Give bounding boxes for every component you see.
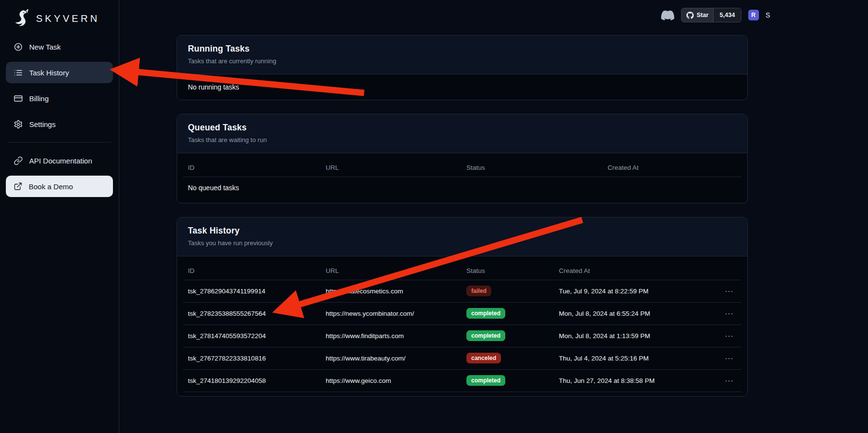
task-url: https://www.finditparts.com: [321, 325, 462, 347]
table-row[interactable]: tsk_274180139292204058 https://www.geico…: [183, 369, 741, 392]
user-name-partial: S: [766, 11, 770, 19]
column-header-created-at: Created At: [603, 159, 741, 177]
task-id: tsk_278147405593572204: [183, 325, 321, 347]
task-status-cell: completed: [462, 302, 554, 325]
topbar: Star 5,434 R S: [661, 7, 770, 23]
running-tasks-card: Running Tasks Tasks that are currently r…: [177, 35, 748, 100]
sidebar-item-api-documentation[interactable]: API Documentation: [6, 150, 113, 171]
task-created: Thu, Jul 4, 2024 at 5:25:16 PM: [554, 347, 700, 369]
main-content: Running Tasks Tasks that are currently r…: [177, 35, 748, 397]
task-actions-cell: ···: [700, 347, 741, 369]
task-url: https://www.geico.com: [321, 369, 462, 392]
discord-icon[interactable]: [661, 9, 674, 22]
status-badge: failed: [466, 286, 491, 296]
column-header-actions: [700, 262, 741, 280]
sidebar-secondary-nav: API Documentation Book a Demo: [6, 150, 113, 197]
task-created: Tue, Jul 9, 2024 at 8:22:59 PM: [554, 280, 700, 302]
sidebar-item-label: New Task: [29, 43, 61, 51]
card-title: Running Tasks: [188, 44, 737, 54]
table-row[interactable]: tsk_278235388555267564 https://news.ycom…: [183, 302, 741, 325]
column-header-status: Status: [462, 262, 554, 280]
running-tasks-empty-message: No running tasks: [177, 74, 747, 100]
task-actions-cell: ···: [700, 302, 741, 325]
empty-row: No queued tasks: [183, 177, 741, 199]
task-history-header: Task History Tasks you have run previous…: [177, 217, 747, 256]
row-actions-button[interactable]: ···: [725, 332, 734, 339]
column-header-id: ID: [183, 159, 321, 177]
sidebar: SKYVERN New Task Task History Billing S: [0, 0, 119, 433]
column-header-created-at: Created At: [554, 262, 700, 280]
gear-icon: [14, 120, 23, 129]
task-url: https://www.tirabeauty.com/: [321, 347, 462, 369]
sidebar-item-new-task[interactable]: New Task: [6, 36, 113, 57]
sidebar-item-billing[interactable]: Billing: [6, 88, 113, 109]
task-id: tsk_278629043741199914: [183, 280, 321, 302]
brand-logo: SKYVERN: [6, 0, 113, 30]
task-id: tsk_274180139292204058: [183, 369, 321, 392]
sidebar-item-task-history[interactable]: Task History: [6, 62, 113, 83]
running-tasks-header: Running Tasks Tasks that are currently r…: [177, 36, 747, 74]
task-actions-cell: ···: [700, 369, 741, 392]
card-title: Task History: [188, 226, 737, 236]
sidebar-item-label: API Documentation: [29, 157, 92, 165]
row-actions-button[interactable]: ···: [725, 287, 734, 294]
history-table-body: tsk_278629043741199914 https://elatecosm…: [183, 280, 741, 392]
card-subtitle: Tasks that are currently running: [188, 57, 737, 65]
brand-name: SKYVERN: [36, 13, 100, 24]
row-actions-button[interactable]: ···: [725, 354, 734, 361]
card-subtitle: Tasks that are waiting to run: [188, 136, 737, 144]
row-actions-button[interactable]: ···: [725, 377, 734, 384]
list-icon: [14, 68, 23, 77]
avatar[interactable]: R: [748, 10, 759, 20]
task-actions-cell: ···: [700, 325, 741, 347]
book-a-demo-button[interactable]: Book a Demo: [6, 176, 113, 197]
task-status-cell: canceled: [462, 347, 554, 369]
status-badge: completed: [466, 375, 505, 386]
sidebar-nav: New Task Task History Billing Settings: [6, 36, 113, 135]
status-badge: completed: [466, 308, 505, 319]
task-history-card: Task History Tasks you have run previous…: [177, 217, 748, 397]
task-created: Thu, Jun 27, 2024 at 8:38:58 PM: [554, 369, 700, 392]
task-status-cell: completed: [462, 369, 554, 392]
table-row[interactable]: tsk_276727822333810816 https://www.tirab…: [183, 347, 741, 369]
column-header-url: URL: [321, 262, 462, 280]
credit-card-icon: [14, 94, 23, 103]
queued-tasks-empty-message: No queued tasks: [183, 177, 741, 199]
card-subtitle: Tasks you have run previously: [188, 239, 737, 247]
task-id: tsk_276727822333810816: [183, 347, 321, 369]
row-actions-button[interactable]: ···: [725, 309, 734, 317]
task-history-body: ID URL Status Created At tsk_27862904374…: [177, 256, 747, 396]
task-url: https://elatecosmetics.com: [321, 280, 462, 302]
task-created: Mon, Jul 8, 2024 at 1:13:59 PM: [554, 325, 700, 347]
task-actions-cell: ···: [700, 280, 741, 302]
queued-tasks-table: ID URL Status Created At No queued tasks: [183, 159, 741, 199]
queued-tasks-card: Queued Tasks Tasks that are waiting to r…: [177, 114, 748, 203]
link-icon: [14, 156, 23, 165]
sidebar-item-label: Book a Demo: [29, 182, 73, 191]
task-id: tsk_278235388555267564: [183, 302, 321, 325]
github-star-count: 5,434: [713, 8, 740, 22]
column-header-status: Status: [462, 159, 603, 177]
external-link-icon: [14, 182, 22, 191]
status-badge: completed: [466, 330, 505, 341]
table-row[interactable]: tsk_278147405593572204 https://www.findi…: [183, 325, 741, 347]
task-url: https://news.ycombinator.com/: [321, 302, 462, 325]
task-status-cell: completed: [462, 325, 554, 347]
queued-tasks-header: Queued Tasks Tasks that are waiting to r…: [177, 114, 747, 153]
status-badge: canceled: [466, 353, 501, 363]
github-star-label-segment: Star: [682, 8, 713, 22]
sidebar-divider: [8, 142, 111, 143]
github-star-button[interactable]: Star 5,434: [681, 8, 741, 22]
github-icon: [686, 12, 694, 19]
sidebar-item-label: Task History: [29, 69, 69, 77]
card-title: Queued Tasks: [188, 123, 737, 133]
sidebar-item-settings[interactable]: Settings: [6, 113, 113, 135]
skyvern-dragon-icon: [11, 8, 31, 29]
sidebar-item-label: Settings: [29, 120, 55, 128]
table-row[interactable]: tsk_278629043741199914 https://elatecosm…: [183, 280, 741, 302]
task-status-cell: failed: [462, 280, 554, 302]
sidebar-item-label: Billing: [29, 94, 49, 103]
github-star-label: Star: [697, 12, 708, 18]
task-history-table: ID URL Status Created At tsk_27862904374…: [183, 262, 741, 392]
column-header-url: URL: [321, 159, 462, 177]
